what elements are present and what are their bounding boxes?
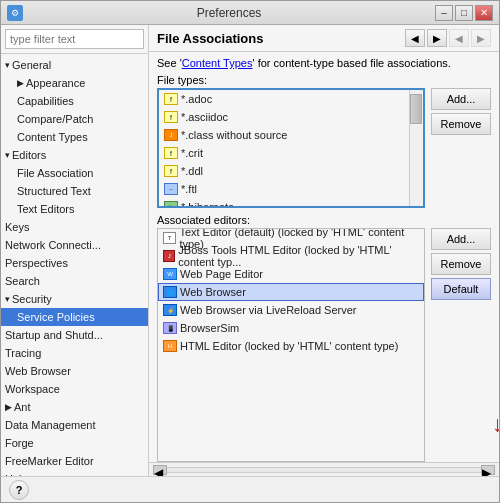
sidebar-item-content-types[interactable]: Content Types [1, 128, 148, 146]
list-item-web-browser[interactable]: 🌐 Web Browser [158, 283, 424, 301]
list-item[interactable]: ~ *.ftl [159, 180, 409, 198]
right-panel: File Associations ◀ ▶ ◀ ▶ See 'Content T… [149, 25, 499, 476]
scroll-right[interactable]: ▶ [481, 465, 495, 475]
sidebar-item-security[interactable]: ▾ Security [1, 290, 148, 308]
sidebar-item-compare[interactable]: Compare/Patch [1, 110, 148, 128]
sidebar-item-label: Startup and Shutd... [5, 329, 103, 341]
default-editor-button[interactable]: Default [431, 278, 491, 300]
maximize-button[interactable]: □ [455, 5, 473, 21]
sidebar-item-text-editors[interactable]: Text Editors [1, 200, 148, 218]
sidebar-item-startup[interactable]: Startup and Shutd... [1, 326, 148, 344]
list-item[interactable]: J *.class without source [159, 126, 409, 144]
minimize-button[interactable]: – [435, 5, 453, 21]
sidebar-item-label: Editors [12, 149, 46, 161]
arrow-indicator: ↑ [492, 414, 499, 440]
nav-back-button[interactable]: ◀ [449, 29, 469, 47]
sidebar-item-search[interactable]: Search [1, 272, 148, 290]
list-item-jboss[interactable]: J JBoss Tools HTML Editor (locked by 'HT… [158, 247, 424, 265]
expand-arrow: ▾ [5, 294, 10, 304]
list-item[interactable]: f *.crit [159, 144, 409, 162]
file-types-list: f *.adoc f *.asciidoc J *.class without … [157, 88, 425, 208]
sidebar-item-label: Service Policies [17, 311, 95, 323]
item-label: HTML Editor (locked by 'HTML' content ty… [180, 340, 398, 352]
add-editor-button[interactable]: Add... [431, 228, 491, 250]
sidebar: ▾ General ▶ Appearance Capabilities Comp… [1, 25, 149, 476]
help-button[interactable]: ? [9, 480, 29, 500]
sidebar-item-service-policies[interactable]: Service Policies [1, 308, 148, 326]
sidebar-search-container [1, 25, 148, 54]
scroll-track[interactable] [167, 467, 481, 473]
file-icon: ~ [164, 183, 178, 195]
sidebar-item-label: Text Editors [17, 203, 74, 215]
sidebar-item-tracing[interactable]: Tracing [1, 344, 148, 362]
list-item[interactable]: f *.ddl [159, 162, 409, 180]
list-item-browsersim[interactable]: 📱 BrowserSim [158, 319, 424, 337]
file-icon: f [164, 165, 178, 177]
editors-inner: T Text Editor (default) (locked by 'HTML… [158, 229, 424, 461]
sidebar-item-label: Web Browser [5, 365, 71, 377]
expand-arrow: ▾ [5, 150, 10, 160]
sidebar-item-label: Tracing [5, 347, 41, 359]
sidebar-item-label: Capabilities [17, 95, 74, 107]
editors-list: T Text Editor (default) (locked by 'HTML… [157, 228, 425, 462]
file-types-inner: f *.adoc f *.asciidoc J *.class without … [159, 90, 409, 206]
sidebar-item-label: Search [5, 275, 40, 287]
content-types-link[interactable]: Content Types [182, 57, 253, 69]
item-label: *.class without source [181, 129, 287, 141]
sidebar-item-capabilities[interactable]: Capabilities [1, 92, 148, 110]
list-item-web-browser-live[interactable]: ⚡ Web Browser via LiveReload Server [158, 301, 424, 319]
file-types-label: File types: [157, 74, 491, 86]
item-label: *.hibernate [181, 201, 234, 206]
item-label: *.ftl [181, 183, 197, 195]
search-input[interactable] [5, 29, 144, 49]
sidebar-item-web-browser[interactable]: Web Browser [1, 362, 148, 380]
titlebar: ⚙ Preferences – □ ✕ [1, 1, 499, 25]
sidebar-item-label: Compare/Patch [17, 113, 93, 125]
sidebar-item-data-management[interactable]: Data Management [1, 416, 148, 434]
file-icon: h [164, 201, 178, 206]
list-item[interactable]: h *.hibernate [159, 198, 409, 206]
nav-forward-button[interactable]: ▶ [471, 29, 491, 47]
sidebar-item-workspace[interactable]: Workspace [1, 380, 148, 398]
bottom-scrollbar: ◀ ▶ [149, 462, 499, 476]
sidebar-item-structured-text[interactable]: Structured Text [1, 182, 148, 200]
remove-editor-button[interactable]: Remove [431, 253, 491, 275]
sidebar-item-forge[interactable]: Forge [1, 434, 148, 452]
item-label: BrowserSim [180, 322, 239, 334]
list-item[interactable]: f *.asciidoc [159, 108, 409, 126]
sidebar-item-ant[interactable]: ▶ Ant [1, 398, 148, 416]
forward-button[interactable]: ▶ [427, 29, 447, 47]
close-button[interactable]: ✕ [475, 5, 493, 21]
remove-file-type-button[interactable]: Remove [431, 113, 491, 135]
sidebar-item-label: Network Connecti... [5, 239, 101, 251]
scroll-left[interactable]: ◀ [153, 465, 167, 475]
sidebar-item-perspectives[interactable]: Perspectives [1, 254, 148, 272]
item-label: *.ddl [181, 165, 203, 177]
editor-icon: W [163, 268, 177, 280]
sidebar-item-freemarker[interactable]: FreeMarker Editor [1, 452, 148, 470]
editor-icon: H [163, 340, 177, 352]
expand-arrow: ▶ [5, 402, 12, 412]
sidebar-item-label: Keys [5, 221, 29, 233]
editor-icon: T [163, 232, 176, 244]
item-label: JBoss Tools HTML Editor (locked by 'HTML… [178, 244, 419, 268]
file-types-section: File types: f *.adoc f *.asciidoc [149, 74, 499, 462]
file-types-scrollbar[interactable] [409, 90, 423, 206]
sidebar-item-network[interactable]: Network Connecti... [1, 236, 148, 254]
window-icon: ⚙ [7, 5, 23, 21]
sidebar-item-label: Security [12, 293, 52, 305]
back-button[interactable]: ◀ [405, 29, 425, 47]
item-label: Web Browser via LiveReload Server [180, 304, 356, 316]
sidebar-item-general[interactable]: ▾ General [1, 56, 148, 74]
window-controls: – □ ✕ [435, 5, 493, 21]
bottom-bar: ? [1, 476, 499, 502]
sidebar-item-keys[interactable]: Keys [1, 218, 148, 236]
sidebar-item-editors[interactable]: ▾ Editors [1, 146, 148, 164]
sidebar-item-appearance[interactable]: ▶ Appearance [1, 74, 148, 92]
list-item-html-editor[interactable]: H HTML Editor (locked by 'HTML' content … [158, 337, 424, 355]
sidebar-item-file-association[interactable]: File Association [1, 164, 148, 182]
expand-arrow: ▾ [5, 60, 10, 70]
associated-editors-row: T Text Editor (default) (locked by 'HTML… [157, 228, 491, 462]
add-file-type-button[interactable]: Add... [431, 88, 491, 110]
list-item[interactable]: f *.adoc [159, 90, 409, 108]
